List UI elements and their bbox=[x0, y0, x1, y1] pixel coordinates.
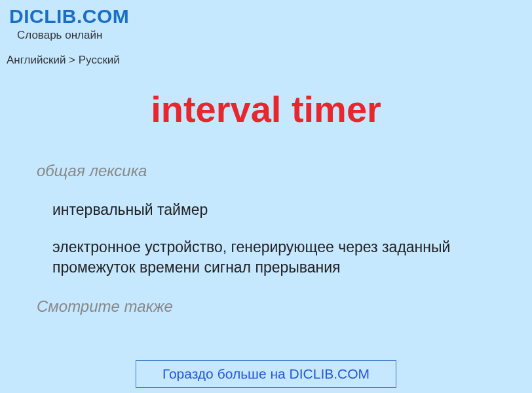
breadcrumb[interactable]: Английский > Русский bbox=[0, 45, 532, 71]
site-subtitle: Словарь онлайн bbox=[9, 28, 523, 42]
site-title[interactable]: DICLIB.COM bbox=[9, 5, 523, 28]
entry-content: общая лексика интервальный таймер электр… bbox=[0, 162, 532, 316]
definition-item: интервальный таймер bbox=[37, 200, 493, 220]
definition-item: электронное устройство, генерирующее чер… bbox=[37, 237, 493, 278]
entry-term: interval timer bbox=[0, 71, 532, 162]
see-also-label: Смотрите также bbox=[37, 297, 493, 316]
cta-link[interactable]: Гораздо больше на DICLIB.COM bbox=[162, 366, 370, 381]
category-label: общая лексика bbox=[37, 162, 493, 180]
cta-box[interactable]: Гораздо больше на DICLIB.COM bbox=[136, 360, 396, 388]
header: DICLIB.COM Словарь онлайн bbox=[0, 0, 532, 45]
